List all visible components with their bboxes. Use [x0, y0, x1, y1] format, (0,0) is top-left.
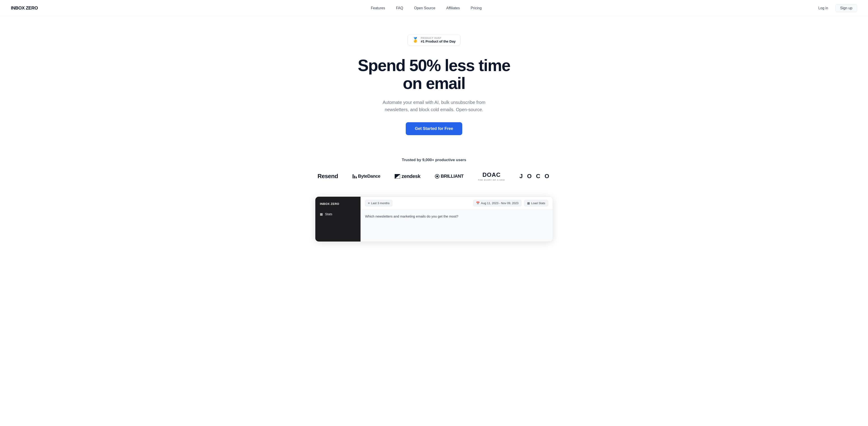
- calendar-icon: 📅: [476, 201, 480, 205]
- logo-joco: J O C O: [520, 173, 550, 180]
- hero-subtitle: Automate your email with AI, bulk unsubs…: [375, 99, 493, 113]
- logo-resend: Resend: [318, 173, 338, 180]
- badge-text: PRODUCT HUNT #1 Product of the Day: [421, 37, 456, 43]
- filter-icon: ≡: [368, 201, 370, 205]
- app-sidebar: INBOX ZERO ▦ Stats: [315, 197, 361, 242]
- logo-bytedance: ByteDance: [352, 174, 380, 179]
- logo-doac: DOAC THE DIARY OF A CEO: [478, 171, 505, 181]
- nav-links: Features FAQ Open Source Affiliates Pric…: [371, 6, 482, 10]
- load-stats-button[interactable]: ▦ Load Stats: [524, 200, 548, 206]
- brilliant-icon: [435, 174, 439, 178]
- svg-rect-0: [352, 174, 353, 178]
- login-button[interactable]: Log in: [815, 4, 832, 12]
- badge-label: PRODUCT HUNT: [421, 37, 456, 39]
- product-hunt-badge: 🥇 PRODUCT HUNT #1 Product of the Day: [408, 34, 460, 46]
- nav-open-source[interactable]: Open Source: [414, 6, 435, 10]
- logos-row: Resend ByteDance zendesk BRILLIANT: [5, 171, 863, 181]
- navigation: INBOX ZERO Features FAQ Open Source Affi…: [0, 0, 868, 16]
- app-sidebar-title: INBOX ZERO: [315, 202, 361, 210]
- svg-rect-1: [354, 176, 355, 178]
- nav-affiliates[interactable]: Affiliates: [446, 6, 460, 10]
- nav-features[interactable]: Features: [371, 6, 385, 10]
- cta-button[interactable]: Get Started for Free: [406, 122, 462, 135]
- chart-icon: ▦: [527, 201, 530, 205]
- logo-zendesk: zendesk: [395, 173, 420, 179]
- logo-brilliant: BRILLIANT: [435, 174, 464, 179]
- logo[interactable]: INBOX ZERO: [11, 5, 38, 11]
- stats-icon: ▦: [320, 212, 323, 216]
- app-preview: INBOX ZERO ▦ Stats ≡ Last 3 months 📅 Aug…: [310, 197, 558, 242]
- badge-value: #1 Product of the Day: [421, 39, 456, 43]
- nav-actions: Log in Sign up: [815, 4, 857, 12]
- nav-faq[interactable]: FAQ: [396, 6, 403, 10]
- svg-rect-2: [356, 176, 357, 178]
- sidebar-item-stats[interactable]: ▦ Stats: [315, 210, 361, 218]
- trust-section: Trusted by 9,000+ productive users Resen…: [0, 149, 868, 186]
- app-main-area: ≡ Last 3 months 📅 Aug 11, 2023 - Nov 09,…: [361, 197, 553, 242]
- hero-section: 🥇 PRODUCT HUNT #1 Product of the Day Spe…: [0, 16, 868, 149]
- svg-point-6: [436, 175, 438, 177]
- app-toolbar: ≡ Last 3 months 📅 Aug 11, 2023 - Nov 09,…: [361, 197, 553, 210]
- app-question: Which newsletters and marketing emails d…: [365, 215, 548, 218]
- trust-label: Trusted by 9,000+ productive users: [5, 158, 863, 162]
- badge-icon: 🥇: [412, 37, 418, 43]
- date-range-picker[interactable]: 📅 Aug 11, 2023 - Nov 09, 2023: [473, 200, 522, 206]
- nav-pricing[interactable]: Pricing: [471, 6, 482, 10]
- app-content: Which newsletters and marketing emails d…: [361, 210, 553, 223]
- app-window: INBOX ZERO ▦ Stats ≡ Last 3 months 📅 Aug…: [315, 197, 553, 242]
- bytedance-icon: [352, 174, 357, 178]
- filter-button[interactable]: ≡ Last 3 months: [365, 200, 393, 206]
- hero-title: Spend 50% less time on email: [355, 57, 513, 92]
- signup-button[interactable]: Sign up: [835, 4, 857, 12]
- zendesk-icon: [395, 174, 400, 178]
